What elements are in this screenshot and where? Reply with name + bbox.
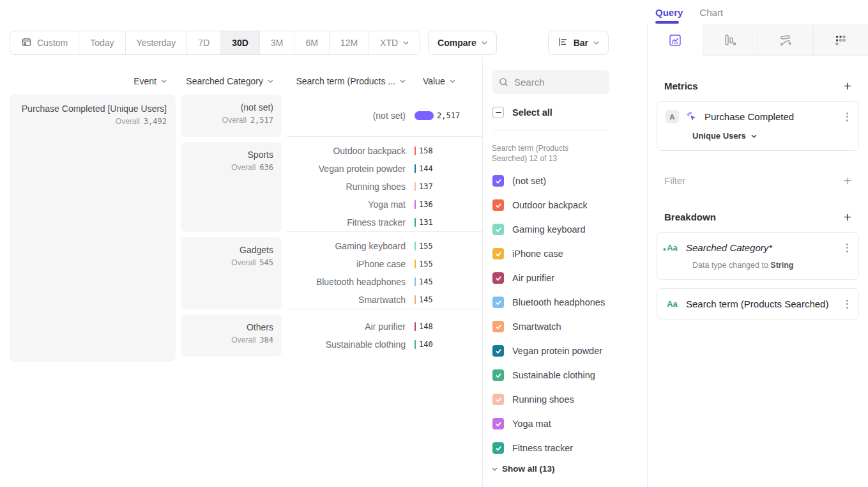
chart-type-button[interactable]: Bar <box>548 31 609 55</box>
category-cell: Gadgets Overall545 <box>181 237 282 309</box>
list-item[interactable]: Yoga mat <box>492 412 638 436</box>
chevron-down-icon <box>482 41 487 45</box>
chevron-down-icon <box>450 79 455 83</box>
checkbox-checked[interactable] <box>492 442 504 454</box>
date-range-custom[interactable]: Custom <box>10 31 79 54</box>
tab-query[interactable]: Query <box>655 0 683 24</box>
checkbox-checked[interactable] <box>492 224 504 235</box>
checkbox-checked[interactable] <box>492 297 504 308</box>
report-type-tabs <box>647 24 868 56</box>
table-row: Smartwatch 145 <box>287 291 482 309</box>
tab-chart[interactable]: Chart <box>699 0 723 24</box>
metric-card[interactable]: A Purchase Completed Unique Users <box>657 101 859 151</box>
bar-chart-table: Event Searched Category Search term (Pro… <box>0 58 482 487</box>
date-range-segmented-control: Custom Today Yesterday 7D 30D 3M 6M 12M … <box>10 31 420 55</box>
tab-retention[interactable] <box>814 24 868 56</box>
date-range-6m[interactable]: 6M <box>294 31 329 54</box>
calendar-icon <box>21 36 32 49</box>
checkbox-checked[interactable] <box>492 199 504 211</box>
kebab-menu-icon[interactable] <box>844 242 850 254</box>
checkbox-checked[interactable] <box>492 418 504 429</box>
flows-icon <box>779 33 793 47</box>
value-bar <box>415 164 416 173</box>
category-cell: (not set) Overall2,517 <box>181 95 282 137</box>
compare-button[interactable]: Compare <box>428 31 497 55</box>
list-item[interactable]: Gaming keyboard <box>492 217 638 242</box>
table-row: Outdoor backpack 158 <box>287 142 482 160</box>
list-item[interactable]: iPhone case <box>492 242 638 266</box>
list-item[interactable]: Vegan protein powder <box>492 339 638 363</box>
retention-icon <box>834 33 848 47</box>
breakdown-property-name: Search term (Products Searched) <box>686 298 837 309</box>
table-row: Fitness tracker 131 <box>287 213 482 231</box>
group-not-set: (not set) Overall2,517 (not set) 2,517 <box>181 95 482 137</box>
table-row: Gaming keyboard 155 <box>287 237 482 255</box>
value-bar <box>415 340 416 349</box>
breakdown-note: Data type changed to String <box>692 261 850 270</box>
checkbox-checked[interactable] <box>492 345 504 357</box>
query-panel: Query Chart Metrics + A <box>647 0 868 487</box>
query-panel-tabs: Query Chart <box>647 0 868 24</box>
list-item[interactable]: Fitness tracker <box>492 436 638 460</box>
date-range-label: Custom <box>37 38 68 48</box>
kebab-menu-icon[interactable] <box>844 111 850 123</box>
date-range-12m[interactable]: 12M <box>330 31 369 54</box>
list-item[interactable]: Air purifier <box>492 266 638 290</box>
list-item[interactable]: Outdoor backpack <box>492 193 638 217</box>
aggregation-dropdown[interactable]: Unique Users <box>692 131 850 141</box>
value-bar <box>415 146 416 155</box>
add-breakdown-button[interactable]: + <box>844 210 851 224</box>
tab-insights[interactable] <box>648 24 703 56</box>
table-row: (not set) 2,517 <box>287 107 482 125</box>
tab-flows[interactable] <box>758 24 814 56</box>
checkbox-checked[interactable] <box>492 175 504 187</box>
legend-search-input[interactable]: Search <box>492 70 609 94</box>
column-header-event[interactable]: Event <box>10 76 176 86</box>
event-name: Purchase Completed [Unique Users] <box>19 104 167 114</box>
list-item[interactable]: Bluetooth headphones <box>492 290 638 314</box>
column-header-search-term[interactable]: Search term (Products ... <box>287 76 415 86</box>
add-metric-button[interactable]: + <box>844 79 851 93</box>
event-overall: Overall3,492 <box>19 117 167 126</box>
value-bar <box>415 242 416 251</box>
app-root: Custom Today Yesterday 7D 30D 3M 6M 12M … <box>0 0 868 487</box>
list-item[interactable]: Running shoes <box>492 387 638 412</box>
breakdown-card-search-term[interactable]: Aa Search term (Products Searched) <box>657 288 859 320</box>
category-cell: Sports Overall636 <box>181 142 282 232</box>
checkbox-checked[interactable] <box>492 248 504 259</box>
checkbox-checked[interactable] <box>492 272 504 284</box>
date-range-30d[interactable]: 30D <box>221 31 260 54</box>
event-cell: Purchase Completed [Unique Users] Overal… <box>10 95 176 362</box>
query-builder: Metrics + A Purchase Completed Unique Us… <box>647 56 868 487</box>
chart-content-row: Event Searched Category Search term (Pro… <box>0 58 647 487</box>
list-item[interactable]: Sustainable clothing <box>492 363 638 387</box>
chevron-down-icon <box>593 41 599 45</box>
column-header-searched-category[interactable]: Searched Category <box>181 76 282 86</box>
metrics-heading: Metrics <box>664 81 698 91</box>
table-row: Vegan protein powder 144 <box>287 160 482 178</box>
report-area: Custom Today Yesterday 7D 30D 3M 6M 12M … <box>0 0 647 487</box>
checkbox-checked[interactable] <box>492 369 504 381</box>
chevron-down-icon <box>751 134 757 138</box>
filter-heading-row: Filter + <box>657 174 859 187</box>
date-range-yesterday[interactable]: Yesterday <box>126 31 188 54</box>
column-header-value[interactable]: Value <box>415 76 482 86</box>
checkbox-checked[interactable] <box>492 321 504 332</box>
string-property-icon: Aa <box>666 297 679 311</box>
breakdown-card-searched-category[interactable]: Aa* Searched Category* Data type changed… <box>657 232 859 280</box>
date-range-today[interactable]: Today <box>79 31 125 54</box>
list-item[interactable]: (not set) <box>492 169 638 193</box>
breakdown-heading: Breakdown <box>664 212 716 222</box>
category-groups: (not set) Overall2,517 (not set) 2,517 <box>181 95 482 362</box>
date-range-xtd[interactable]: XTD <box>369 31 420 54</box>
date-range-7d[interactable]: 7D <box>187 31 221 54</box>
kebab-menu-icon[interactable] <box>844 298 850 310</box>
show-all-button[interactable]: Show all (13) <box>492 464 638 474</box>
tab-funnels[interactable] <box>703 24 759 56</box>
checkbox-checked[interactable] <box>492 394 504 405</box>
date-range-3m[interactable]: 3M <box>260 31 294 54</box>
select-all-row[interactable]: Select all <box>492 107 638 118</box>
list-item[interactable]: Smartwatch <box>492 314 638 339</box>
select-all-checkbox[interactable] <box>492 107 504 118</box>
add-filter-button[interactable]: + <box>844 174 851 187</box>
